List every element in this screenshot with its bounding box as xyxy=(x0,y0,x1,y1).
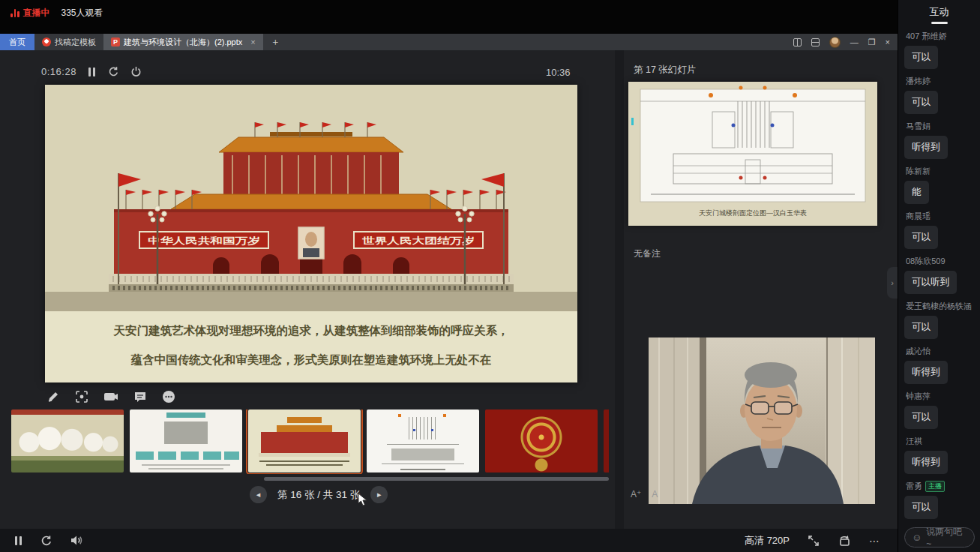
slide-thumbnail[interactable] xyxy=(248,410,361,472)
presenter-workspace: 0:16:28 10:36 xyxy=(0,50,898,529)
slide-thumbnail[interactable] xyxy=(604,410,609,472)
banner-right: 世界人民大团结万岁 xyxy=(362,236,475,246)
slide-photo-tiananmen: 中华人民共和国万岁 世界人民大团结万岁 xyxy=(45,85,577,311)
chat-bubble: 可以 xyxy=(904,496,938,519)
chat-message: 汪祺 听得到 xyxy=(904,436,974,474)
slide-thumbnail[interactable] xyxy=(11,410,124,472)
chat-username: 爱王鹤棣的杨轶涵 xyxy=(906,302,972,310)
preview-drawing: 天安门城楼剖面定位图—汉白玉华表 xyxy=(628,82,877,226)
tab-bar: 首页 找稿定模板 P 建筑与环境设计（北海）(2).pptx × ＋ — ❐ × xyxy=(0,34,898,50)
volume-button[interactable] xyxy=(70,535,83,546)
chat-bubble: 可以 xyxy=(904,226,938,249)
font-size-decrease-icon[interactable]: A xyxy=(652,489,658,500)
slide-canvas[interactable]: 中华人民共和国万岁 世界人民大团结万岁 xyxy=(45,85,577,382)
font-size-increase-icon[interactable]: A⁺ xyxy=(631,489,641,500)
chat-username: 戚沁怡 xyxy=(906,346,931,356)
chat-message: 戚沁怡 听得到 xyxy=(904,346,974,384)
chat-username: 商晨瑶 xyxy=(906,212,931,220)
minimize-button[interactable]: — xyxy=(850,38,859,46)
player-bar: 高清 720P ⋯ xyxy=(0,529,898,552)
chat-username: 陈新新 xyxy=(906,166,931,176)
prev-slide-button[interactable]: ◂ xyxy=(250,486,267,503)
emoji-icon[interactable]: ☺ xyxy=(912,532,922,543)
chat-username: 马雪娟 xyxy=(906,122,931,130)
more-tools-icon[interactable] xyxy=(162,390,175,404)
chat-message: 407 邢维娇 可以 xyxy=(904,31,974,69)
chat-input-placeholder: 说两句吧~ xyxy=(926,526,967,549)
fullscreen-icon[interactable] xyxy=(808,535,820,547)
ppt-file-icon: P xyxy=(111,38,120,46)
panel-divider xyxy=(615,50,624,529)
layout-view-icon[interactable] xyxy=(811,38,820,46)
chat-bubble: 能 xyxy=(904,181,929,204)
chat-bubble: 可以 xyxy=(904,91,938,114)
slide-text-line2: 蕴含中国传统文化和审美理念，形式美原则在塑造建筑环境上无处不在 xyxy=(45,352,577,368)
chat-username: 407 邢维娇 xyxy=(906,32,946,40)
live-signal-icon xyxy=(10,9,19,17)
chat-username: 钟惠萍 xyxy=(906,392,931,400)
chat-bubble: 可以 xyxy=(904,316,938,339)
host-badge: 主播 xyxy=(925,481,945,492)
more-options-icon[interactable]: ⋯ xyxy=(869,535,881,547)
presentation-timer: 0:16:28 xyxy=(41,66,76,77)
chat-message: 雷勇主播 可以 xyxy=(904,481,974,519)
chat-username: 潘炜婷 xyxy=(906,76,931,86)
next-slide-preview[interactable]: 天安门城楼剖面定位图—汉白玉华表 xyxy=(628,82,877,226)
chat-bubble: 听得到 xyxy=(904,361,948,384)
pause-timer-icon[interactable] xyxy=(88,68,97,76)
new-tab-button[interactable]: ＋ xyxy=(263,34,288,50)
collapse-sidebar-handle[interactable]: › xyxy=(887,267,898,298)
chat-list[interactable]: 407 邢维娇 可以 潘炜婷 可以 马雪娟 听得到 陈新新 能 商晨瑶 可以 0… xyxy=(898,27,980,524)
pencil-icon[interactable] xyxy=(46,390,60,404)
next-slide-button[interactable]: ▸ xyxy=(370,486,388,503)
restore-button[interactable]: ❐ xyxy=(868,38,876,47)
camera-icon[interactable] xyxy=(103,391,118,403)
tab-template[interactable]: 找稿定模板 xyxy=(34,34,103,50)
close-window-button[interactable]: × xyxy=(886,38,890,46)
chat-message: 潘炜婷 可以 xyxy=(904,76,974,114)
reload-stream-button[interactable] xyxy=(40,535,52,547)
pause-playback-button[interactable] xyxy=(13,536,22,545)
live-status-label: 直播中 xyxy=(23,7,50,20)
avatar[interactable] xyxy=(829,37,841,48)
slide-thumbnail[interactable] xyxy=(485,410,598,472)
chat-input[interactable]: ☺ 说两句吧~ xyxy=(904,527,975,548)
chat-message: 08陈欣509 可以听到 xyxy=(904,256,974,294)
restart-icon[interactable] xyxy=(108,66,119,77)
preview-caption: 天安门城楼剖面定位图—汉白玉华表 xyxy=(699,209,807,217)
chat-bubble: 可以听到 xyxy=(904,271,957,294)
slide-thumbnail[interactable] xyxy=(367,410,479,472)
laser-focus-icon[interactable] xyxy=(75,390,88,404)
live-status-bar: 直播中 335人观看 xyxy=(0,0,898,34)
clock: 10:36 xyxy=(546,67,571,78)
chat-username: 雷勇 xyxy=(906,482,922,490)
template-logo-icon xyxy=(42,38,51,46)
filmstrip-scrollbar[interactable] xyxy=(264,477,609,481)
file-tab-label: 建筑与环境设计（北海）(2).pptx xyxy=(124,37,242,48)
mouse-cursor xyxy=(358,493,368,509)
webcam-video[interactable] xyxy=(649,338,875,504)
presenter-portrait xyxy=(649,338,875,504)
viewer-count: 335人观看 xyxy=(61,7,103,20)
chat-username: 08陈欣509 xyxy=(906,256,946,266)
interaction-sidebar: 互动 407 邢维娇 可以 潘炜婷 可以 马雪娟 听得到 陈新新 能 商晨瑶 可… xyxy=(898,0,980,552)
slide-position: 第 16 张 / 共 31 张 xyxy=(277,488,360,502)
chat-message: 爱王鹤棣的杨轶涵 可以 xyxy=(904,301,974,339)
rotate-screen-icon[interactable] xyxy=(838,535,851,547)
annotation-toolbar xyxy=(46,390,175,404)
chat-bubble: 听得到 xyxy=(904,136,948,159)
title-underline xyxy=(931,22,948,24)
chat-bubble: 可以 xyxy=(904,46,938,69)
tab-presentation-file[interactable]: P 建筑与环境设计（北海）(2).pptx × xyxy=(103,34,263,50)
chat-message: 马雪娟 听得到 xyxy=(904,121,974,159)
banner-left: 中华人民共和国万岁 xyxy=(148,236,260,246)
power-icon[interactable] xyxy=(130,66,142,77)
comment-icon[interactable] xyxy=(133,391,147,404)
quality-selector[interactable]: 高清 720P xyxy=(745,534,790,548)
close-tab-icon[interactable]: × xyxy=(250,38,255,46)
next-slide-title: 第 17 张幻灯片 xyxy=(634,64,696,76)
slide-thumbnail[interactable] xyxy=(130,410,242,472)
split-view-icon[interactable] xyxy=(793,38,802,46)
tab-home[interactable]: 首页 xyxy=(0,34,34,50)
sidebar-title: 互动 xyxy=(898,5,980,19)
